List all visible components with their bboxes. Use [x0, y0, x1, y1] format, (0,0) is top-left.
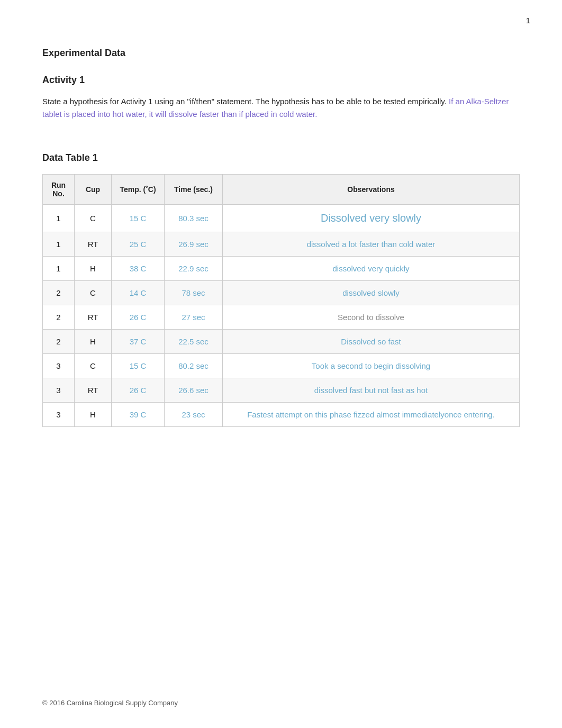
- cell-run: 3: [43, 403, 75, 427]
- col-header-observations: Observations: [223, 175, 520, 205]
- experimental-data-title: Experimental Data: [42, 48, 520, 59]
- page-container: 1 Experimental Data Activity 1 State a h…: [0, 0, 562, 728]
- table-row: 1RT25 C26.9 secdissolved a lot faster th…: [43, 232, 520, 257]
- cell-observations: Fastest attempt on this phase fizzed alm…: [223, 403, 520, 427]
- table-row: 3C15 C80.2 secTook a second to begin dis…: [43, 354, 520, 378]
- table-row: 1H38 C22.9 secdissolved very quickly: [43, 257, 520, 281]
- hypothesis-prompt-text: State a hypothesis for Activity 1 using …: [42, 97, 447, 106]
- cell-cup: H: [75, 403, 112, 427]
- cell-temp: 37 C: [112, 330, 165, 354]
- table-row: 2H37 C22.5 secDissolved so fast: [43, 330, 520, 354]
- cell-cup: H: [75, 257, 112, 281]
- cell-time: 22.9 sec: [165, 257, 223, 281]
- table-row: 1C15 C80.3 secDissolved very slowly: [43, 205, 520, 232]
- table-row: 3H39 C23 secFastest attempt on this phas…: [43, 403, 520, 427]
- cell-temp: 25 C: [112, 232, 165, 257]
- col-header-cup: Cup: [75, 175, 112, 205]
- cell-temp: 26 C: [112, 305, 165, 330]
- cell-cup: RT: [75, 305, 112, 330]
- cell-run: 3: [43, 378, 75, 403]
- cell-observations: dissolved very quickly: [223, 257, 520, 281]
- cell-cup: C: [75, 281, 112, 305]
- cell-time: 23 sec: [165, 403, 223, 427]
- cell-run: 1: [43, 205, 75, 232]
- table-row: 2C14 C78 secdissolved slowly: [43, 281, 520, 305]
- cell-run: 3: [43, 354, 75, 378]
- cell-cup: C: [75, 205, 112, 232]
- cell-observations: dissolved slowly: [223, 281, 520, 305]
- cell-temp: 39 C: [112, 403, 165, 427]
- table-header-row: RunNo. Cup Temp. (˚C) Time (sec.) Observ…: [43, 175, 520, 205]
- page-number: 1: [526, 16, 530, 25]
- cell-observations: Second to dissolve: [223, 305, 520, 330]
- cell-run: 1: [43, 232, 75, 257]
- cell-observations: dissolved fast but not fast as hot: [223, 378, 520, 403]
- cell-temp: 38 C: [112, 257, 165, 281]
- cell-run: 2: [43, 330, 75, 354]
- footer-copyright: © 2016 Carolina Biological Supply Compan…: [42, 699, 178, 707]
- table-row: 2RT26 C27 secSecond to dissolve: [43, 305, 520, 330]
- data-table-section: Data Table 1 RunNo. Cup Temp. (˚C) Time …: [42, 152, 520, 427]
- col-header-time: Time (sec.): [165, 175, 223, 205]
- hypothesis-prompt: State a hypothesis for Activity 1 using …: [42, 95, 520, 121]
- cell-temp: 26 C: [112, 378, 165, 403]
- col-header-temp: Temp. (˚C): [112, 175, 165, 205]
- cell-time: 26.9 sec: [165, 232, 223, 257]
- data-table: RunNo. Cup Temp. (˚C) Time (sec.) Observ…: [42, 174, 520, 427]
- cell-cup: H: [75, 330, 112, 354]
- activity-title: Activity 1: [42, 75, 520, 86]
- cell-observations: dissolved a lot faster than cold water: [223, 232, 520, 257]
- cell-cup: RT: [75, 378, 112, 403]
- cell-time: 80.3 sec: [165, 205, 223, 232]
- cell-time: 26.6 sec: [165, 378, 223, 403]
- data-table-title: Data Table 1: [42, 152, 520, 163]
- cell-time: 22.5 sec: [165, 330, 223, 354]
- cell-time: 78 sec: [165, 281, 223, 305]
- cell-time: 80.2 sec: [165, 354, 223, 378]
- cell-cup: RT: [75, 232, 112, 257]
- cell-run: 2: [43, 281, 75, 305]
- cell-run: 2: [43, 305, 75, 330]
- cell-cup: C: [75, 354, 112, 378]
- cell-time: 27 sec: [165, 305, 223, 330]
- cell-observations: Dissolved very slowly: [223, 205, 520, 232]
- cell-temp: 14 C: [112, 281, 165, 305]
- cell-observations: Took a second to begin dissolving: [223, 354, 520, 378]
- cell-run: 1: [43, 257, 75, 281]
- table-row: 3RT26 C26.6 secdissolved fast but not fa…: [43, 378, 520, 403]
- cell-temp: 15 C: [112, 205, 165, 232]
- cell-temp: 15 C: [112, 354, 165, 378]
- cell-observations: Dissolved so fast: [223, 330, 520, 354]
- col-header-run: RunNo.: [43, 175, 75, 205]
